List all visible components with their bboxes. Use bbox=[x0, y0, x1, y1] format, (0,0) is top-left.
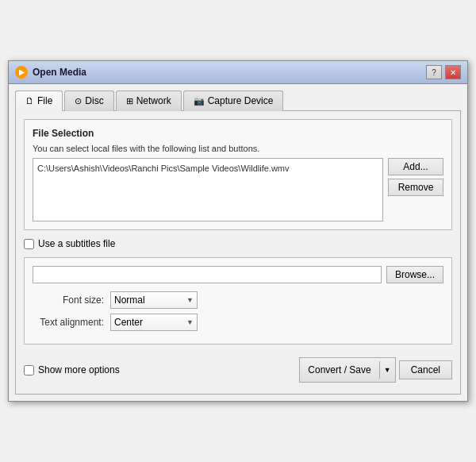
file-section-desc: You can select local files with the foll… bbox=[33, 144, 443, 153]
vlc-icon: ▶ bbox=[15, 66, 28, 79]
file-section-title: File Selection bbox=[33, 128, 443, 139]
font-size-label: Font size: bbox=[33, 295, 104, 306]
text-alignment-arrow-icon: ▼ bbox=[186, 318, 194, 326]
file-list-item: C:\Users\Ashish\Videos\Ranchi Pics\Sampl… bbox=[37, 161, 378, 175]
tab-content: File Selection You can select local file… bbox=[15, 110, 461, 395]
text-alignment-row: Text alignment: Center ▼ bbox=[33, 314, 443, 331]
close-button[interactable]: ✕ bbox=[445, 65, 461, 79]
tab-capture-label: Capture Device bbox=[208, 95, 274, 106]
text-alignment-value: Center bbox=[114, 317, 143, 328]
text-alignment-select[interactable]: Center ▼ bbox=[110, 314, 198, 331]
convert-save-arrow-icon[interactable]: ▼ bbox=[380, 363, 395, 377]
subtitle-checkbox-text: Use a subtitles file bbox=[38, 238, 115, 249]
title-bar-left: ▶ Open Media bbox=[15, 66, 86, 79]
font-size-select[interactable]: Normal ▼ bbox=[110, 291, 198, 309]
file-buttons: Add... Remove bbox=[388, 158, 443, 196]
remove-button[interactable]: Remove bbox=[388, 179, 443, 196]
font-size-arrow-icon: ▼ bbox=[186, 296, 194, 304]
show-more-label[interactable]: Show more options bbox=[24, 364, 120, 375]
subtitle-checkbox-label[interactable]: Use a subtitles file bbox=[24, 238, 115, 249]
tab-network[interactable]: ⊞ Network bbox=[116, 90, 182, 111]
tab-disc-label: Disc bbox=[85, 95, 103, 106]
text-alignment-label: Text alignment: bbox=[33, 317, 104, 328]
subtitle-file-input[interactable] bbox=[33, 266, 382, 283]
capture-tab-icon: 📷 bbox=[194, 96, 205, 106]
disc-tab-icon: ⊙ bbox=[75, 96, 82, 106]
tab-capture[interactable]: 📷 Capture Device bbox=[183, 90, 284, 111]
open-media-dialog: ▶ Open Media ? ✕ 🗋 File ⊙ Disc ⊞ Network bbox=[8, 60, 468, 402]
help-button[interactable]: ? bbox=[426, 65, 442, 79]
subtitle-checkbox-row: Use a subtitles file bbox=[24, 238, 452, 249]
tab-bar: 🗋 File ⊙ Disc ⊞ Network 📷 Capture Device bbox=[15, 90, 461, 111]
subtitle-file-row: Browse... bbox=[33, 266, 443, 283]
network-tab-icon: ⊞ bbox=[126, 96, 133, 106]
file-list[interactable]: C:\Users\Ashish\Videos\Ranchi Pics\Sampl… bbox=[33, 158, 383, 221]
file-tab-icon: 🗋 bbox=[25, 96, 34, 106]
convert-save-label: Convert / Save bbox=[300, 361, 379, 379]
bottom-row: Show more options Convert / Save ▼ Cance… bbox=[24, 352, 452, 386]
tab-disc[interactable]: ⊙ Disc bbox=[64, 90, 113, 111]
title-bar: ▶ Open Media ? ✕ bbox=[9, 61, 467, 84]
font-size-value: Normal bbox=[114, 295, 145, 306]
show-more-text: Show more options bbox=[38, 364, 120, 375]
tab-file[interactable]: 🗋 File bbox=[15, 90, 63, 111]
title-bar-buttons: ? ✕ bbox=[426, 65, 461, 79]
show-more-checkbox[interactable] bbox=[24, 365, 34, 375]
convert-save-button[interactable]: Convert / Save ▼ bbox=[299, 357, 395, 383]
dialog-body: 🗋 File ⊙ Disc ⊞ Network 📷 Capture Device… bbox=[9, 84, 467, 401]
browse-button[interactable]: Browse... bbox=[386, 266, 443, 283]
tab-network-label: Network bbox=[136, 95, 171, 106]
file-input-row: C:\Users\Ashish\Videos\Ranchi Pics\Sampl… bbox=[33, 158, 443, 221]
bottom-buttons: Convert / Save ▼ Cancel bbox=[299, 357, 452, 383]
cancel-button[interactable]: Cancel bbox=[399, 360, 452, 379]
font-size-row: Font size: Normal ▼ bbox=[33, 291, 443, 309]
subtitle-checkbox[interactable] bbox=[24, 239, 34, 249]
add-button[interactable]: Add... bbox=[388, 158, 443, 175]
window-title: Open Media bbox=[33, 67, 86, 78]
file-selection-section: File Selection You can select local file… bbox=[24, 119, 452, 230]
subtitle-section: Browse... Font size: Normal ▼ Text align… bbox=[24, 257, 452, 345]
tab-file-label: File bbox=[37, 95, 52, 106]
